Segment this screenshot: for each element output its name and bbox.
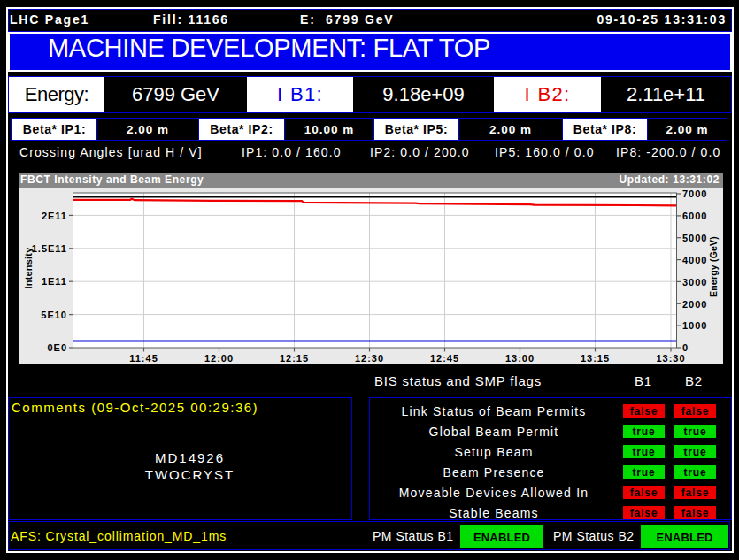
svg-text:13:30: 13:30	[656, 353, 685, 364]
svg-text:4000: 4000	[682, 255, 707, 265]
svg-text:1E11: 1E11	[42, 276, 67, 287]
svg-text:12:45: 12:45	[430, 353, 459, 364]
svg-text:13:00: 13:00	[505, 353, 535, 364]
svg-text:1.5E11: 1.5E11	[32, 243, 67, 254]
svg-text:Intensity: Intensity	[23, 247, 34, 289]
svg-text:0: 0	[682, 342, 689, 353]
svg-text:12:30: 12:30	[355, 353, 384, 364]
svg-text:7000: 7000	[682, 188, 707, 199]
svg-text:Energy (GeV): Energy (GeV)	[708, 236, 719, 297]
svg-text:2000: 2000	[682, 299, 707, 310]
svg-text:1000: 1000	[682, 320, 707, 331]
svg-text:2E11: 2E11	[42, 211, 67, 221]
svg-text:11:45: 11:45	[129, 353, 158, 364]
svg-text:5E10: 5E10	[41, 310, 67, 320]
svg-text:13:15: 13:15	[581, 353, 610, 364]
svg-text:5000: 5000	[682, 233, 707, 243]
svg-text:3000: 3000	[682, 277, 707, 288]
svg-text:6000: 6000	[682, 211, 707, 221]
svg-text:12:15: 12:15	[280, 353, 309, 364]
svg-text:0E0: 0E0	[47, 342, 67, 353]
svg-text:12:00: 12:00	[204, 353, 234, 364]
